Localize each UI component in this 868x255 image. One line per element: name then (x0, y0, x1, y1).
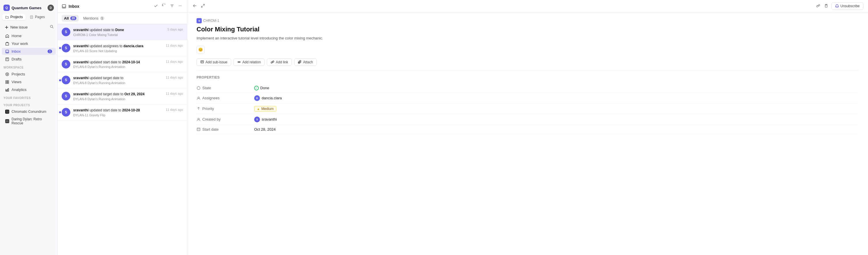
refresh-button[interactable] (161, 3, 167, 9)
tab-all[interactable]: All 20 (62, 15, 79, 22)
attach-button[interactable]: Attach (294, 59, 317, 66)
creator-avatar: S (254, 116, 260, 122)
tab-row: Projects Pages (0, 14, 57, 23)
inbox-badge: 1 (48, 49, 52, 53)
folder-icon (5, 15, 9, 19)
svg-rect-19 (6, 90, 7, 91)
notif-subtext: DYLAN-8 Dylan's Running Animation (73, 65, 160, 69)
tab-pages[interactable]: Pages (27, 14, 48, 20)
sidebar-item-analytics[interactable]: Analytics (2, 86, 56, 93)
notification-item[interactable]: S sravanthi updated state to Done CHROM-… (58, 24, 187, 40)
svg-point-26 (179, 5, 179, 6)
notification-item[interactable]: S sravanthi updated start date to 2024-1… (58, 57, 187, 73)
link-action-icon (271, 60, 274, 64)
unread-indicator (59, 47, 61, 49)
notification-item[interactable]: S sravanthi updated assignees to dancia.… (58, 40, 187, 57)
created-by-label: Created by (196, 117, 254, 121)
svg-rect-16 (6, 82, 7, 83)
bell-icon (835, 4, 839, 8)
assignees-label: Assignees (196, 96, 254, 100)
assignee-avatar: D (254, 95, 260, 101)
calendar-icon (196, 127, 200, 131)
assignees-row: Assignees D dancia.clara (196, 93, 859, 104)
search-button[interactable] (49, 24, 55, 31)
back-button[interactable] (192, 3, 198, 9)
notif-time: 11 days ago (166, 92, 183, 95)
emoji-button[interactable]: 😊 (196, 46, 205, 54)
sidebar-item-drafts[interactable]: Drafts (2, 56, 56, 63)
notif-subtext: DYLAN-11 Gravity Flip (73, 113, 160, 117)
done-circle: ✓ (254, 86, 259, 90)
attach-icon (298, 60, 302, 64)
chromatic-icon: ⬛ (5, 110, 9, 114)
state-label: State (196, 86, 254, 90)
sidebar-item-projects[interactable]: Projects (2, 71, 56, 78)
sidebar-item-views[interactable]: Views (2, 78, 56, 85)
expand-button[interactable] (200, 3, 206, 9)
notification-item[interactable]: S sravanthi updated target date to Oct 2… (58, 88, 187, 105)
sidebar-item-home[interactable]: Home (2, 32, 56, 39)
start-date-row: Start date Oct 28, 2024 (196, 125, 859, 134)
start-date-value[interactable]: Oct 28, 2024 (254, 127, 276, 132)
user-avatar[interactable]: D (48, 5, 54, 11)
more-button[interactable] (177, 3, 183, 9)
add-sub-issue-button[interactable]: Add sub-issue (196, 59, 231, 66)
unread-indicator (59, 79, 61, 81)
project-chromatic[interactable]: ⬛ Chromatic Conundrum (2, 108, 56, 115)
check-all-button[interactable] (153, 3, 159, 9)
unread-indicator (59, 111, 61, 113)
notif-text: sravanthi updated start date to 2024-10-… (73, 60, 160, 65)
filter-button[interactable] (169, 3, 175, 9)
org-name[interactable]: Q Quantum Games (3, 5, 41, 11)
created-by-value[interactable]: S sravanthi (254, 116, 277, 122)
inbox-panel: Inbox All 20 Mentions 1 (58, 0, 187, 255)
link-button[interactable] (815, 3, 821, 9)
add-link-button[interactable]: Add link (267, 59, 292, 66)
views-icon (5, 80, 9, 84)
notif-avatar: S (62, 92, 70, 101)
svg-rect-0 (31, 15, 33, 19)
unsubscribe-button[interactable]: Unsubscribe (831, 2, 863, 10)
projects-icon (5, 72, 9, 76)
svg-point-44 (198, 97, 199, 98)
mentions-count: 1 (100, 16, 104, 20)
new-issue-button[interactable]: New issue (2, 24, 49, 31)
svg-rect-36 (201, 61, 204, 63)
drafts-icon (5, 57, 9, 61)
tab-projects[interactable]: Projects (2, 14, 26, 20)
notification-list: S sravanthi updated state to Done CHROM-… (58, 24, 187, 255)
priority-row: Priority ▲ Medium (196, 104, 859, 114)
notification-item[interactable]: S sravanthi updated start date to 2024-1… (58, 105, 187, 120)
svg-point-12 (6, 73, 9, 76)
notif-avatar: S (62, 44, 70, 52)
trash-button[interactable] (823, 3, 829, 9)
priority-badge: ▲ Medium (254, 106, 276, 112)
notif-content: sravanthi updated target date to DYLAN-8… (73, 76, 160, 85)
sidebar-item-inbox[interactable]: Inbox 1 (2, 48, 56, 55)
notification-item[interactable]: S sravanthi updated target date to DYLAN… (58, 72, 187, 88)
sidebar-item-your-work[interactable]: Your work (2, 40, 56, 47)
notif-content: sravanthi updated start date to 2024-10-… (73, 60, 160, 69)
svg-rect-14 (6, 80, 7, 81)
tab-mentions[interactable]: Mentions 1 (81, 15, 106, 22)
analytics-icon (5, 88, 9, 92)
svg-rect-49 (197, 128, 200, 131)
svg-point-5 (51, 25, 53, 28)
work-icon (5, 42, 9, 46)
assignees-value[interactable]: D dancia.clara (254, 95, 282, 101)
arrow-left-icon (193, 4, 197, 8)
issue-id-icon (196, 18, 202, 23)
issue-actions: Add sub-issue Add relation Add link Atta… (196, 59, 859, 71)
file-icon (30, 15, 33, 19)
svg-rect-20 (7, 89, 8, 91)
add-relation-button[interactable]: Add relation (234, 59, 265, 66)
inbox-icon (5, 49, 9, 53)
priority-value[interactable]: ▲ Medium (254, 106, 276, 112)
svg-point-27 (180, 5, 180, 6)
svg-rect-15 (7, 80, 9, 81)
project-daring[interactable]: 🎮 Daring Dylan: Retro Rescue (2, 116, 56, 126)
sub-issue-icon (200, 60, 204, 64)
state-value[interactable]: ✓ Done (254, 86, 269, 90)
inbox-header-actions (153, 3, 183, 9)
created-by-icon (196, 117, 200, 121)
